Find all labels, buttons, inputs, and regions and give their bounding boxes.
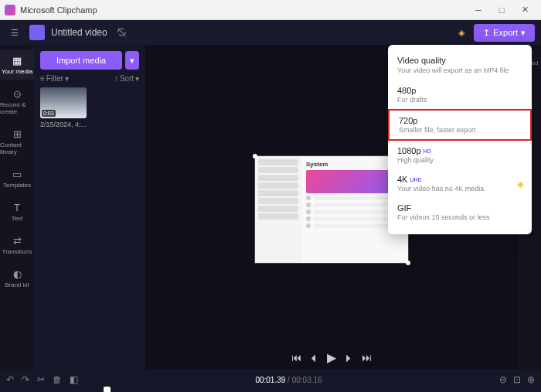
export-option-480p[interactable]: 480pFor drafts xyxy=(388,80,532,109)
skip-start-icon[interactable]: ⏮ xyxy=(291,352,301,363)
timeline-timecode: 00:01.39 / 00:03.16 xyxy=(86,376,492,384)
export-option-label: 480p xyxy=(397,86,522,95)
zoom-out-icon[interactable]: ⊖ xyxy=(499,374,507,385)
project-icon xyxy=(29,25,45,40)
minimize-button[interactable]: ─ xyxy=(467,2,490,18)
zoom-fit-icon[interactable]: ⊡ xyxy=(513,374,521,385)
close-button[interactable]: ✕ xyxy=(513,2,536,18)
window-titlebar: Microsoft Clipchamp ─ □ ✕ xyxy=(0,0,541,20)
split-icon[interactable]: ◧ xyxy=(70,374,78,385)
hamburger-menu-icon[interactable]: ☰ xyxy=(6,24,23,41)
export-option-label: 720p xyxy=(399,116,521,125)
sidebar-transitions[interactable]: ⇄Transitions xyxy=(0,230,34,260)
export-option-label: 1080pHD xyxy=(397,146,522,155)
export-option-gif[interactable]: GIFFor videos 15 seconds or less xyxy=(388,198,532,227)
filter-button[interactable]: ≡Filter ▾ xyxy=(40,74,69,83)
media-icon: ▦ xyxy=(11,54,23,66)
export-option-desc: Smaller file, faster export xyxy=(399,126,521,134)
app-logo-icon xyxy=(5,5,15,15)
export-menu-title: Video quality xyxy=(397,56,522,65)
timeline: ↶ ↷ ✂ 🗑 ◧ 00:01.39 / 00:03.16 ⊖ ⊡ ⊕ | 0|… xyxy=(0,370,541,392)
export-option-desc: High quality xyxy=(397,156,522,164)
project-name[interactable]: Untitled video xyxy=(51,27,107,38)
export-option-label: GIF xyxy=(397,203,522,213)
sync-disabled-icon[interactable] xyxy=(117,27,127,39)
templates-icon: ▭ xyxy=(11,168,23,180)
left-sidebar: ▦Your media ⊙Record & create ⊞Content li… xyxy=(0,45,34,370)
export-option-desc: For drafts xyxy=(397,96,522,104)
media-panel: Import media ▾ ≡Filter ▾ ↕Sort ▾ 0:03 2/… xyxy=(34,45,145,370)
step-back-icon[interactable]: ⏴ xyxy=(309,352,319,363)
upload-icon: ↥ xyxy=(483,28,490,38)
premium-icon[interactable]: ◈ xyxy=(458,28,464,38)
brand-icon: ◐ xyxy=(11,268,23,280)
undo-icon[interactable]: ↶ xyxy=(6,374,14,385)
sidebar-your-media[interactable]: ▦Your media xyxy=(0,49,34,80)
export-quality-menu: Video quality Your video will export as … xyxy=(388,45,532,234)
media-label: 2/15/2024, 4:... xyxy=(40,121,139,128)
zoom-in-icon[interactable]: ⊕ xyxy=(527,374,535,385)
chevron-down-icon: ▾ xyxy=(521,28,526,38)
export-menu-subtitle: Your video will export as an MP4 file xyxy=(397,66,522,74)
quality-badge: HD xyxy=(424,148,431,154)
play-button[interactable]: ▶ xyxy=(327,350,336,365)
export-button[interactable]: ↥ Export ▾ xyxy=(474,24,535,42)
media-item[interactable]: 0:03 2/15/2024, 4:... xyxy=(40,87,139,128)
app-title: Microsoft Clipchamp xyxy=(20,5,467,15)
transitions-icon: ⇄ xyxy=(11,234,23,247)
resize-handle-tl[interactable] xyxy=(253,154,257,159)
sidebar-text[interactable]: TText xyxy=(0,196,34,227)
sidebar-record[interactable]: ⊙Record & create xyxy=(0,83,34,120)
skip-end-icon[interactable]: ⏭ xyxy=(362,352,372,363)
cut-icon[interactable]: ✂ xyxy=(37,374,45,385)
export-option-4k[interactable]: 4KUHDYour video has no 4K media◈ xyxy=(388,169,532,198)
record-icon: ⊙ xyxy=(11,87,23,100)
media-thumbnail: 0:03 xyxy=(40,87,87,118)
sidebar-content-library[interactable]: ⊞Content library xyxy=(0,123,34,160)
export-option-desc: Your video has no 4K media xyxy=(397,185,522,193)
redo-icon[interactable]: ↷ xyxy=(22,374,29,385)
sort-icon: ↕ xyxy=(114,74,118,83)
filter-icon: ≡ xyxy=(40,74,45,83)
sidebar-brand-kit[interactable]: ◐Brand kit xyxy=(0,263,34,293)
export-option-720p[interactable]: 720pSmaller file, faster export xyxy=(388,109,532,141)
resize-handle-br[interactable] xyxy=(406,261,410,265)
export-option-label: 4KUHD xyxy=(397,175,522,184)
export-option-desc: For videos 15 seconds or less xyxy=(397,213,522,221)
maximize-button[interactable]: □ xyxy=(490,2,513,18)
text-icon: T xyxy=(11,201,23,213)
delete-icon[interactable]: 🗑 xyxy=(53,374,62,385)
export-option-1080p[interactable]: 1080pHDHigh quality xyxy=(388,141,532,169)
sort-button[interactable]: ↕Sort ▾ xyxy=(114,74,139,83)
sidebar-templates[interactable]: ▭Templates xyxy=(0,163,34,193)
library-icon: ⊞ xyxy=(11,128,23,140)
import-media-button[interactable]: Import media xyxy=(40,51,122,70)
preview-canvas[interactable]: System xyxy=(254,155,409,264)
step-forward-icon[interactable]: ⏵ xyxy=(344,352,354,363)
quality-badge: UHD xyxy=(410,177,421,182)
premium-badge-icon: ◈ xyxy=(517,179,524,189)
media-duration: 0:03 xyxy=(42,110,56,117)
playback-controls: ⏮ ⏴ ▶ ⏵ ⏭ xyxy=(145,346,518,370)
top-toolbar: ☰ Untitled video ◈ ↥ Export ▾ xyxy=(0,20,541,45)
import-dropdown-button[interactable]: ▾ xyxy=(125,51,139,70)
export-label: Export xyxy=(493,28,518,37)
